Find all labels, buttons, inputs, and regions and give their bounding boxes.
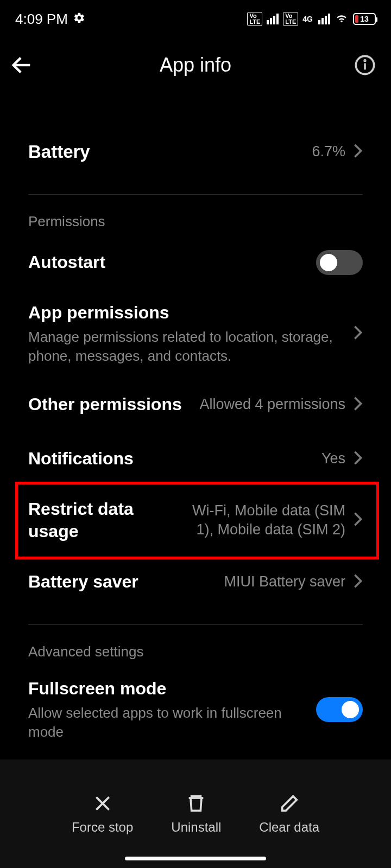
row-fullscreen-mode[interactable]: Fullscreen mode Allow selected apps to w… <box>28 666 363 754</box>
row-app-permissions[interactable]: App permissions Manage permissions relat… <box>28 290 363 378</box>
row-notifications[interactable]: Notifications Yes <box>28 432 363 486</box>
section-advanced: Advanced settings <box>28 625 363 666</box>
chevron-right-icon <box>353 573 363 591</box>
eraser-icon <box>279 793 300 814</box>
back-button[interactable] <box>0 53 43 78</box>
signal-icon-1 <box>267 14 279 24</box>
wifi-icon <box>335 10 349 28</box>
restrict-data-value: Wi-Fi, Mobile data (SIM 1), Mobile data … <box>177 501 345 539</box>
app-permissions-label: App permissions <box>28 302 345 324</box>
other-permissions-value: Allowed 4 permissions <box>199 395 345 414</box>
notifications-value: Yes <box>321 449 345 468</box>
autostart-toggle[interactable] <box>316 250 363 275</box>
chevron-right-icon <box>353 143 363 161</box>
status-time: 4:09 PM <box>15 11 68 28</box>
force-stop-label: Force stop <box>72 820 133 835</box>
battery-saver-value: MIUI Battery saver <box>224 572 345 591</box>
row-autostart[interactable]: Autostart <box>28 235 363 290</box>
fullscreen-toggle[interactable] <box>316 697 363 722</box>
force-stop-button[interactable]: Force stop <box>72 793 133 835</box>
info-button[interactable] <box>354 54 376 76</box>
other-permissions-label: Other permissions <box>28 393 192 416</box>
autostart-label: Autostart <box>28 251 308 274</box>
battery-saver-label: Battery saver <box>28 571 216 593</box>
app-header: App info <box>0 38 391 92</box>
trash-icon <box>185 793 207 814</box>
row-other-permissions[interactable]: Other permissions Allowed 4 permissions <box>28 378 363 432</box>
uninstall-label: Uninstall <box>171 820 221 835</box>
status-bar: 4:09 PM VoLTE VoLTE 4G 13 <box>0 0 391 38</box>
network-type-icon: 4G <box>302 15 313 23</box>
volte-icon-1: VoLTE <box>247 12 262 26</box>
signal-icon-2 <box>318 14 330 24</box>
chevron-right-icon <box>353 325 363 342</box>
restrict-data-label: Restrict data usage <box>28 498 169 543</box>
fullscreen-label: Fullscreen mode <box>28 678 308 700</box>
uninstall-button[interactable]: Uninstall <box>171 793 221 835</box>
row-restrict-data-usage[interactable]: Restrict data usage Wi-Fi, Mobile data (… <box>28 486 363 555</box>
fullscreen-sub: Allow selected apps to work in fullscree… <box>28 704 308 742</box>
home-indicator[interactable] <box>125 857 266 860</box>
clear-data-label: Clear data <box>259 820 319 835</box>
svg-point-3 <box>364 60 365 61</box>
battery-value: 6.7% <box>312 142 345 161</box>
battery-label: Battery <box>28 141 304 164</box>
bottom-action-bar: Force stop Uninstall Clear data <box>0 760 391 868</box>
notifications-label: Notifications <box>28 448 314 470</box>
chevron-right-icon <box>353 512 363 529</box>
section-permissions: Permissions <box>28 195 363 235</box>
close-icon <box>92 793 113 814</box>
chevron-right-icon <box>353 396 363 413</box>
app-permissions-sub: Manage permissions related to location, … <box>28 328 345 366</box>
gear-icon <box>73 11 85 28</box>
chevron-right-icon <box>353 450 363 468</box>
page-title: App info <box>0 54 391 76</box>
clear-data-button[interactable]: Clear data <box>259 793 319 835</box>
row-battery-saver[interactable]: Battery saver MIUI Battery saver <box>28 555 363 609</box>
battery-icon: 13 <box>353 13 376 25</box>
row-battery[interactable]: Battery 6.7% <box>28 125 363 179</box>
volte-icon-2: VoLTE <box>283 12 298 26</box>
